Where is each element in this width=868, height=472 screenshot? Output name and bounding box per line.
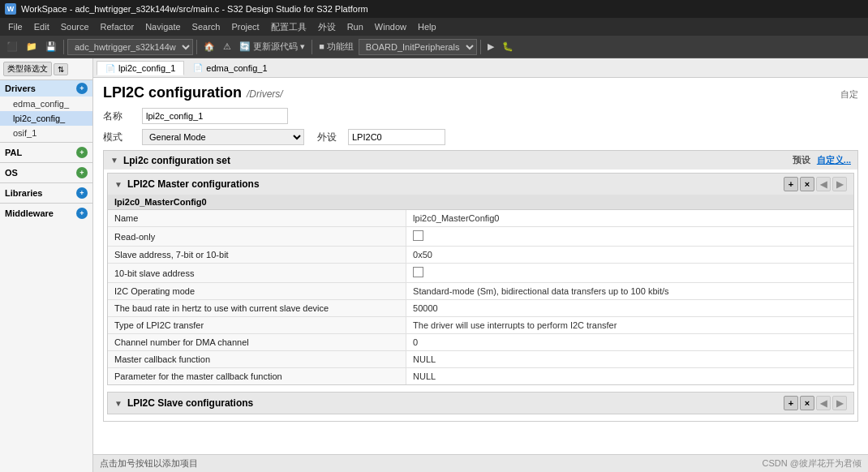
sidebar-item-edma[interactable]: edma_config_ (0, 97, 92, 111)
prop-row-i2c-mode: I2C Operating mode Standard-mode (Sm), b… (108, 283, 853, 300)
tab-edma-config[interactable]: 📄 edma_config_1 (184, 61, 276, 75)
master-toggle-icon: ▼ (114, 180, 122, 189)
prop-row-readonly: Read-only (108, 227, 853, 247)
slave-section-actions: + × ◀ ▶ (784, 396, 847, 410)
toolbar-btn-open[interactable]: 📁 (23, 40, 41, 54)
prop-baud-label: The baud rate in hertz to use with curre… (108, 300, 406, 317)
menu-config-tool[interactable]: 配置工具 (266, 19, 312, 35)
master-config-name: lpi2c0_MasterConfig0 (108, 195, 853, 210)
peripheral-label: 外设 (317, 131, 342, 144)
toolbar-btn-save[interactable]: 💾 (42, 40, 60, 54)
toolbar-home[interactable]: 🏠 (200, 40, 218, 54)
peripheral-input[interactable] (348, 129, 445, 145)
presets-value[interactable]: 自定义... (817, 154, 851, 166)
page-header: LPI2C configuration /Drivers/ 自定 (103, 84, 858, 101)
menu-peripheral[interactable]: 外设 (313, 19, 341, 35)
toolbar-sep-4 (480, 40, 481, 54)
prop-transfer-type-value[interactable]: The driver will use interrupts to perfor… (406, 317, 853, 334)
tab-lpi2c-config[interactable]: 📄 lpi2c_config_1 (97, 61, 184, 75)
function-group-selector[interactable]: BOARD_InitPeripherals (359, 39, 477, 55)
sidebar-item-os-label: OS (5, 168, 18, 178)
menu-bar: File Edit Source Refactor Navigate Searc… (0, 18, 868, 36)
sidebar-item-osif[interactable]: osif_1 (0, 126, 92, 140)
menu-search[interactable]: Search (187, 20, 226, 33)
prop-row-dma-channel: Channel number for DMA channel 0 (108, 334, 853, 351)
lpi2c-config-set-header[interactable]: ▼ Lpi2c configuration set 预设 自定义... (104, 151, 857, 169)
slave-prev-btn[interactable]: ◀ (816, 396, 831, 410)
prop-slave-addr-value[interactable]: 0x50 (406, 247, 853, 264)
toolbar: ⬛ 📁 💾 adc_hwtrigger_s32k144w 🏠 ⚠ 🔄 更新源代码… (0, 36, 868, 58)
menu-navigate[interactable]: Navigate (140, 20, 185, 33)
sidebar-top-bar: 类型筛选文 ⇅ (0, 58, 92, 80)
name-label: 名称 (103, 109, 135, 123)
title-bar-text: WorkSpace - adc_hwtrigger_s32k144w/src/m… (21, 4, 368, 14)
prop-i2c-mode-label: I2C Operating mode (108, 283, 406, 300)
sidebar-item-lpi2c[interactable]: lpi2c_config_ (0, 111, 92, 126)
toolbar-btn-new[interactable]: ⬛ (3, 40, 21, 54)
menu-file[interactable]: File (3, 20, 28, 33)
master-add-btn[interactable]: + (784, 177, 798, 191)
prop-callback-param-value[interactable]: NULL (406, 368, 853, 385)
menu-refactor[interactable]: Refactor (96, 20, 140, 33)
menu-run[interactable]: Run (342, 20, 368, 33)
slave-remove-btn[interactable]: × (800, 396, 814, 410)
tab-edma-label: edma_config_1 (206, 63, 267, 73)
master-remove-btn[interactable]: × (800, 177, 814, 191)
toolbar-warning[interactable]: ⚠ (220, 40, 234, 54)
master-next-btn[interactable]: ▶ (832, 177, 847, 191)
toolbar-sep-3 (312, 40, 312, 54)
sidebar-item-middleware[interactable]: Middleware + (0, 205, 92, 221)
slave-toggle-icon: ▼ (114, 399, 122, 408)
type-filter-btn[interactable]: 类型筛选文 (3, 62, 52, 76)
toolbar-run[interactable]: ▶ (484, 40, 497, 54)
mode-select[interactable]: General Mode (142, 129, 304, 145)
sidebar-item-pal[interactable]: PAL + (0, 144, 92, 161)
prop-row-name: Name lpi2c0_MasterConfig0 (108, 210, 853, 227)
prop-name-value[interactable]: lpi2c0_MasterConfig0 (406, 210, 853, 227)
project-selector[interactable]: adc_hwtrigger_s32k144w (67, 39, 193, 55)
prop-readonly-value (406, 227, 853, 247)
toolbar-func-group[interactable]: ■ 功能组 (316, 39, 357, 54)
prop-baud-value[interactable]: 50000 (406, 300, 853, 317)
bottom-hint: 点击加号按钮以添加项目 (100, 457, 198, 470)
tenbit-checkbox[interactable] (413, 267, 423, 277)
slave-next-btn[interactable]: ▶ (832, 396, 847, 410)
master-section-header[interactable]: ▼ LPI2C Master configurations + × ◀ ▶ (108, 174, 853, 195)
prop-10bit-value (406, 264, 853, 283)
config-content: LPI2C configuration /Drivers/ 自定 名称 模式 G… (93, 78, 868, 454)
prop-dma-channel-value[interactable]: 0 (406, 334, 853, 351)
toolbar-sep-1 (63, 40, 64, 54)
sidebar-item-drivers-label: Drivers (5, 84, 36, 93)
master-prev-btn[interactable]: ◀ (816, 177, 831, 191)
tab-edma-icon: 📄 (193, 63, 203, 72)
sidebar-divider-2 (0, 162, 92, 163)
menu-help[interactable]: Help (413, 20, 441, 33)
bottom-bar: 点击加号按钮以添加项目 CSDN @彼岸花开为君倾 (93, 454, 868, 472)
slave-section: ▼ LPI2C Slave configurations + × ◀ ▶ (107, 392, 854, 414)
sidebar-item-os[interactable]: OS + (0, 165, 92, 181)
presets-label: 预设 (793, 154, 810, 166)
name-input[interactable] (142, 108, 288, 124)
toolbar-debug[interactable]: 🐛 (499, 40, 517, 54)
sort-btn[interactable]: ⇅ (54, 63, 68, 75)
prop-row-callback-param: Parameter for the master callback functi… (108, 368, 853, 385)
prop-i2c-mode-value[interactable]: Standard-mode (Sm), bidirectional data t… (406, 283, 853, 300)
menu-project[interactable]: Project (226, 20, 264, 33)
menu-edit[interactable]: Edit (29, 20, 54, 33)
toolbar-update-source[interactable]: 🔄 更新源代码 ▾ (236, 39, 308, 54)
tab-lpi2c-icon: 📄 (105, 64, 115, 73)
prop-dma-channel-label: Channel number for DMA channel (108, 334, 406, 351)
sidebar-item-drivers[interactable]: Drivers + (0, 80, 92, 97)
prop-callback-value[interactable]: NULL (406, 351, 853, 368)
sidebar-item-drivers-dot: + (76, 83, 88, 94)
lpi2c-config-set-label: Lpi2c configuration set (123, 155, 230, 166)
slave-section-header[interactable]: ▼ LPI2C Slave configurations + × ◀ ▶ (108, 393, 853, 414)
readonly-checkbox[interactable] (413, 230, 423, 241)
slave-add-btn[interactable]: + (784, 396, 798, 410)
lpi2c-config-set-section: ▼ Lpi2c configuration set 预设 自定义... ▼ LP… (103, 150, 858, 422)
menu-window[interactable]: Window (370, 20, 411, 33)
sidebar: 类型筛选文 ⇅ Drivers + edma_config_ lpi2c_con… (0, 58, 93, 472)
prop-row-baud: The baud rate in hertz to use with curre… (108, 300, 853, 317)
menu-source[interactable]: Source (56, 20, 94, 33)
sidebar-item-libraries[interactable]: Libraries + (0, 185, 92, 201)
